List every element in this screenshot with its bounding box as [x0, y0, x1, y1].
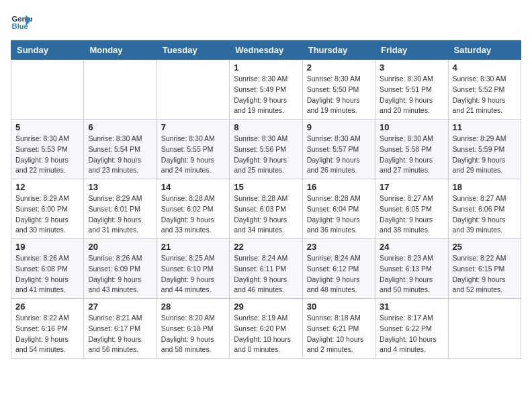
- calendar-cell: 7Sunrise: 8:30 AM Sunset: 5:55 PM Daylig…: [157, 120, 229, 179]
- calendar-cell: 21Sunrise: 8:25 AM Sunset: 6:10 PM Dayli…: [157, 239, 229, 299]
- calendar-cell: 1Sunrise: 8:30 AM Sunset: 5:49 PM Daylig…: [230, 60, 302, 120]
- calendar-cell: 24Sunrise: 8:23 AM Sunset: 6:13 PM Dayli…: [375, 239, 448, 299]
- day-info: Sunrise: 8:28 AM Sunset: 6:03 PM Dayligh…: [234, 193, 298, 236]
- calendar-cell: 16Sunrise: 8:28 AM Sunset: 6:04 PM Dayli…: [302, 179, 375, 239]
- calendar-cell: [84, 60, 157, 120]
- calendar-cell: 6Sunrise: 8:30 AM Sunset: 5:54 PM Daylig…: [84, 120, 157, 179]
- weekday-header-thursday: Thursday: [302, 41, 375, 60]
- day-info: Sunrise: 8:26 AM Sunset: 6:09 PM Dayligh…: [88, 253, 152, 295]
- calendar-cell: 10Sunrise: 8:30 AM Sunset: 5:58 PM Dayli…: [375, 120, 448, 179]
- calendar-cell: 29Sunrise: 8:19 AM Sunset: 6:20 PM Dayli…: [230, 299, 302, 359]
- calendar-cell: [11, 60, 84, 120]
- day-info: Sunrise: 8:23 AM Sunset: 6:13 PM Dayligh…: [380, 253, 443, 295]
- day-info: Sunrise: 8:19 AM Sunset: 6:20 PM Dayligh…: [234, 313, 298, 355]
- calendar-week-1: 1Sunrise: 8:30 AM Sunset: 5:49 PM Daylig…: [11, 60, 521, 120]
- calendar-table: SundayMondayTuesdayWednesdayThursdayFrid…: [11, 40, 521, 359]
- day-info: Sunrise: 8:26 AM Sunset: 6:08 PM Dayligh…: [15, 253, 79, 295]
- calendar-cell: 30Sunrise: 8:18 AM Sunset: 6:21 PM Dayli…: [302, 299, 375, 359]
- calendar-cell: 2Sunrise: 8:30 AM Sunset: 5:50 PM Daylig…: [302, 60, 375, 120]
- day-info: Sunrise: 8:27 AM Sunset: 6:06 PM Dayligh…: [453, 193, 517, 236]
- day-number: 21: [161, 242, 225, 252]
- calendar-cell: 28Sunrise: 8:20 AM Sunset: 6:18 PM Dayli…: [157, 299, 229, 359]
- calendar-cell: 8Sunrise: 8:30 AM Sunset: 5:56 PM Daylig…: [230, 120, 302, 179]
- day-number: 18: [453, 182, 517, 192]
- day-info: Sunrise: 8:29 AM Sunset: 6:01 PM Dayligh…: [88, 193, 152, 236]
- weekday-header-friday: Friday: [375, 41, 448, 60]
- day-info: Sunrise: 8:30 AM Sunset: 5:51 PM Dayligh…: [380, 74, 443, 116]
- calendar-header: SundayMondayTuesdayWednesdayThursdayFrid…: [11, 41, 521, 60]
- day-number: 4: [453, 62, 517, 73]
- calendar-week-5: 26Sunrise: 8:22 AM Sunset: 6:16 PM Dayli…: [11, 299, 521, 359]
- calendar-cell: 18Sunrise: 8:27 AM Sunset: 6:06 PM Dayli…: [448, 179, 521, 239]
- calendar-cell: 12Sunrise: 8:29 AM Sunset: 6:00 PM Dayli…: [11, 179, 84, 239]
- day-number: 25: [453, 242, 517, 252]
- calendar-body: 1Sunrise: 8:30 AM Sunset: 5:49 PM Daylig…: [11, 60, 521, 359]
- day-number: 26: [15, 302, 79, 312]
- day-info: Sunrise: 8:30 AM Sunset: 5:50 PM Dayligh…: [307, 74, 371, 116]
- logo-icon: General Blue: [11, 11, 32, 32]
- day-number: 16: [307, 182, 371, 192]
- calendar-cell: 25Sunrise: 8:22 AM Sunset: 6:15 PM Dayli…: [448, 239, 521, 299]
- day-info: Sunrise: 8:17 AM Sunset: 6:22 PM Dayligh…: [380, 313, 443, 355]
- calendar-cell: 19Sunrise: 8:26 AM Sunset: 6:08 PM Dayli…: [11, 239, 84, 299]
- calendar-cell: [157, 60, 229, 120]
- page-header: General Blue: [11, 11, 521, 32]
- day-number: 22: [234, 242, 298, 252]
- weekday-header-saturday: Saturday: [448, 41, 521, 60]
- day-number: 9: [307, 122, 371, 132]
- day-info: Sunrise: 8:30 AM Sunset: 5:49 PM Dayligh…: [234, 74, 298, 116]
- logo: General Blue: [11, 11, 32, 32]
- day-number: 2: [307, 62, 371, 73]
- day-info: Sunrise: 8:20 AM Sunset: 6:18 PM Dayligh…: [161, 313, 225, 355]
- day-number: 17: [380, 182, 443, 192]
- calendar-cell: 5Sunrise: 8:30 AM Sunset: 5:53 PM Daylig…: [11, 120, 84, 179]
- day-info: Sunrise: 8:29 AM Sunset: 6:00 PM Dayligh…: [15, 193, 79, 236]
- day-number: 20: [88, 242, 152, 252]
- day-info: Sunrise: 8:30 AM Sunset: 5:52 PM Dayligh…: [453, 74, 517, 116]
- calendar-cell: 4Sunrise: 8:30 AM Sunset: 5:52 PM Daylig…: [448, 60, 521, 120]
- day-number: 24: [380, 242, 443, 252]
- weekday-header-sunday: Sunday: [11, 41, 84, 60]
- day-info: Sunrise: 8:24 AM Sunset: 6:11 PM Dayligh…: [234, 253, 298, 295]
- day-info: Sunrise: 8:28 AM Sunset: 6:02 PM Dayligh…: [161, 193, 225, 236]
- calendar-cell: 17Sunrise: 8:27 AM Sunset: 6:05 PM Dayli…: [375, 179, 448, 239]
- day-info: Sunrise: 8:24 AM Sunset: 6:12 PM Dayligh…: [307, 253, 371, 295]
- day-info: Sunrise: 8:25 AM Sunset: 6:10 PM Dayligh…: [161, 253, 225, 295]
- calendar-week-4: 19Sunrise: 8:26 AM Sunset: 6:08 PM Dayli…: [11, 239, 521, 299]
- day-info: Sunrise: 8:22 AM Sunset: 6:15 PM Dayligh…: [453, 253, 517, 295]
- calendar-cell: [448, 299, 521, 359]
- day-info: Sunrise: 8:27 AM Sunset: 6:05 PM Dayligh…: [380, 193, 443, 236]
- calendar-cell: 14Sunrise: 8:28 AM Sunset: 6:02 PM Dayli…: [157, 179, 229, 239]
- weekday-header-monday: Monday: [84, 41, 157, 60]
- calendar-week-3: 12Sunrise: 8:29 AM Sunset: 6:00 PM Dayli…: [11, 179, 521, 239]
- day-number: 31: [380, 302, 443, 312]
- day-info: Sunrise: 8:18 AM Sunset: 6:21 PM Dayligh…: [307, 313, 371, 355]
- day-info: Sunrise: 8:30 AM Sunset: 5:55 PM Dayligh…: [161, 134, 225, 176]
- day-number: 3: [380, 62, 443, 73]
- day-number: 7: [161, 122, 225, 132]
- calendar-week-2: 5Sunrise: 8:30 AM Sunset: 5:53 PM Daylig…: [11, 120, 521, 179]
- day-info: Sunrise: 8:30 AM Sunset: 5:56 PM Dayligh…: [234, 134, 298, 176]
- svg-text:Blue: Blue: [12, 22, 28, 30]
- day-number: 11: [453, 122, 517, 132]
- calendar-cell: 20Sunrise: 8:26 AM Sunset: 6:09 PM Dayli…: [84, 239, 157, 299]
- calendar-cell: 31Sunrise: 8:17 AM Sunset: 6:22 PM Dayli…: [375, 299, 448, 359]
- weekday-header-tuesday: Tuesday: [157, 41, 229, 60]
- day-number: 14: [161, 182, 225, 192]
- day-number: 29: [234, 302, 298, 312]
- calendar-cell: 27Sunrise: 8:21 AM Sunset: 6:17 PM Dayli…: [84, 299, 157, 359]
- day-info: Sunrise: 8:30 AM Sunset: 5:54 PM Dayligh…: [88, 134, 152, 176]
- day-number: 12: [15, 182, 79, 192]
- calendar-cell: 22Sunrise: 8:24 AM Sunset: 6:11 PM Dayli…: [230, 239, 302, 299]
- calendar-cell: 15Sunrise: 8:28 AM Sunset: 6:03 PM Dayli…: [230, 179, 302, 239]
- day-number: 15: [234, 182, 298, 192]
- day-info: Sunrise: 8:30 AM Sunset: 5:58 PM Dayligh…: [380, 134, 443, 176]
- day-info: Sunrise: 8:28 AM Sunset: 6:04 PM Dayligh…: [307, 193, 371, 236]
- calendar-cell: 3Sunrise: 8:30 AM Sunset: 5:51 PM Daylig…: [375, 60, 448, 120]
- calendar-cell: 9Sunrise: 8:30 AM Sunset: 5:57 PM Daylig…: [302, 120, 375, 179]
- day-number: 27: [88, 302, 152, 312]
- day-number: 28: [161, 302, 225, 312]
- weekday-row: SundayMondayTuesdayWednesdayThursdayFrid…: [11, 41, 521, 60]
- day-number: 10: [380, 122, 443, 132]
- calendar-cell: 11Sunrise: 8:29 AM Sunset: 5:59 PM Dayli…: [448, 120, 521, 179]
